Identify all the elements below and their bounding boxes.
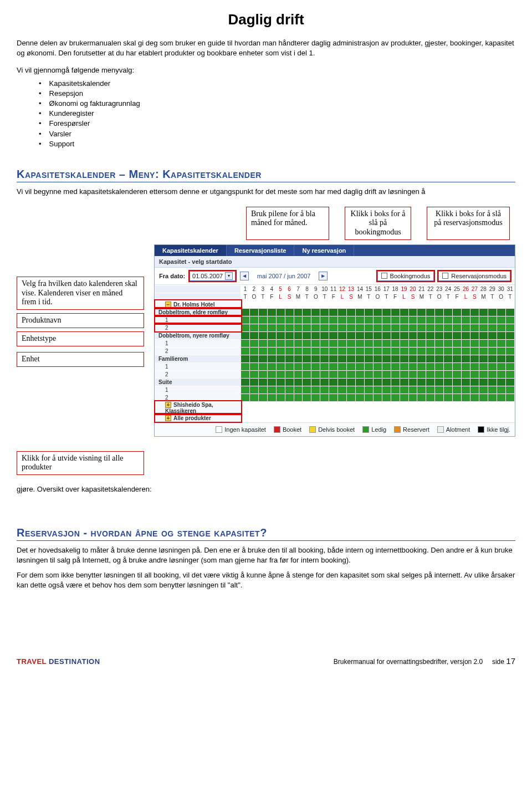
calendar-cell[interactable] bbox=[258, 339, 267, 347]
calendar-cell[interactable] bbox=[303, 370, 311, 378]
calendar-cell[interactable] bbox=[408, 370, 417, 378]
calendar-cell[interactable] bbox=[435, 331, 444, 339]
calendar-cell[interactable] bbox=[347, 386, 356, 394]
calendar-cell[interactable] bbox=[391, 308, 400, 316]
calendar-cell[interactable] bbox=[373, 394, 382, 401]
calendar-cell[interactable] bbox=[479, 414, 488, 422]
calendar-cell[interactable] bbox=[311, 401, 320, 414]
tab-reservasjonsliste[interactable]: Reservasjonsliste bbox=[227, 245, 295, 256]
calendar-cell[interactable] bbox=[320, 378, 329, 386]
calendar-cell[interactable] bbox=[311, 355, 320, 362]
calendar-cell[interactable] bbox=[435, 316, 444, 324]
calendar-cell[interactable] bbox=[355, 378, 364, 386]
calendar-cell[interactable] bbox=[338, 355, 347, 362]
calendar-cell[interactable] bbox=[408, 401, 417, 414]
calendar-cell[interactable] bbox=[241, 300, 250, 308]
calendar-cell[interactable] bbox=[347, 414, 356, 422]
calendar-cell[interactable] bbox=[329, 378, 338, 386]
calendar-cell[interactable] bbox=[311, 386, 320, 394]
calendar-cell[interactable] bbox=[479, 355, 488, 362]
calendar-cell[interactable] bbox=[479, 378, 488, 386]
calendar-cell[interactable] bbox=[453, 300, 462, 308]
calendar-cell[interactable] bbox=[249, 308, 258, 316]
calendar-cell[interactable] bbox=[258, 386, 267, 394]
calendar-cell[interactable] bbox=[408, 339, 417, 347]
calendar-cell[interactable] bbox=[391, 386, 400, 394]
calendar-cell[interactable] bbox=[408, 324, 417, 331]
calendar-cell[interactable] bbox=[505, 386, 514, 394]
calendar-cell[interactable] bbox=[258, 362, 267, 370]
calendar-cell[interactable] bbox=[276, 378, 285, 386]
calendar-cell[interactable] bbox=[329, 386, 338, 394]
calendar-cell[interactable] bbox=[426, 355, 435, 362]
calendar-cell[interactable] bbox=[373, 386, 382, 394]
calendar-cell[interactable] bbox=[382, 308, 391, 316]
calendar-cell[interactable] bbox=[294, 394, 303, 401]
calendar-cell[interactable] bbox=[329, 331, 338, 339]
calendar-cell[interactable] bbox=[435, 362, 444, 370]
calendar-cell[interactable] bbox=[249, 394, 258, 401]
calendar-cell[interactable] bbox=[355, 324, 364, 331]
calendar-cell[interactable] bbox=[355, 370, 364, 378]
calendar-cell[interactable] bbox=[276, 339, 285, 347]
calendar-cell[interactable] bbox=[267, 316, 276, 324]
calendar-cell[interactable] bbox=[311, 300, 320, 308]
calendar-cell[interactable] bbox=[462, 308, 470, 316]
calendar-cell[interactable] bbox=[329, 355, 338, 362]
calendar-cell[interactable] bbox=[435, 386, 444, 394]
calendar-cell[interactable] bbox=[470, 386, 479, 394]
calendar-cell[interactable] bbox=[347, 362, 356, 370]
calendar-cell[interactable] bbox=[400, 370, 408, 378]
calendar-cell[interactable] bbox=[258, 324, 267, 331]
calendar-cell[interactable] bbox=[338, 331, 347, 339]
calendar-cell[interactable] bbox=[462, 394, 470, 401]
calendar-cell[interactable] bbox=[391, 370, 400, 378]
calendar-cell[interactable] bbox=[426, 414, 435, 422]
next-month-button[interactable]: ► bbox=[319, 272, 328, 280]
calendar-cell[interactable] bbox=[338, 324, 347, 331]
calendar-cell[interactable] bbox=[338, 394, 347, 401]
calendar-cell[interactable] bbox=[285, 401, 294, 414]
calendar-cell[interactable] bbox=[505, 378, 514, 386]
calendar-cell[interactable] bbox=[303, 324, 311, 331]
calendar-cell[interactable] bbox=[303, 414, 311, 422]
calendar-cell[interactable] bbox=[470, 394, 479, 401]
calendar-cell[interactable] bbox=[347, 308, 356, 316]
calendar-cell[interactable] bbox=[294, 414, 303, 422]
calendar-cell[interactable] bbox=[276, 331, 285, 339]
calendar-cell[interactable] bbox=[505, 401, 514, 414]
calendar-cell[interactable] bbox=[435, 347, 444, 355]
calendar-cell[interactable] bbox=[444, 355, 453, 362]
calendar-cell[interactable] bbox=[320, 308, 329, 316]
calendar-cell[interactable] bbox=[329, 362, 338, 370]
calendar-cell[interactable] bbox=[294, 324, 303, 331]
calendar-cell[interactable] bbox=[338, 414, 347, 422]
calendar-cell[interactable] bbox=[444, 378, 453, 386]
calendar-cell[interactable] bbox=[505, 316, 514, 324]
calendar-cell[interactable] bbox=[285, 331, 294, 339]
calendar-cell[interactable] bbox=[285, 370, 294, 378]
calendar-cell[interactable] bbox=[444, 386, 453, 394]
calendar-cell[interactable] bbox=[373, 347, 382, 355]
calendar-cell[interactable] bbox=[347, 324, 356, 331]
calendar-cell[interactable] bbox=[479, 339, 488, 347]
calendar-cell[interactable] bbox=[338, 386, 347, 394]
calendar-cell[interactable] bbox=[382, 324, 391, 331]
calendar-cell[interactable] bbox=[479, 300, 488, 308]
calendar-cell[interactable] bbox=[497, 347, 505, 355]
calendar-cell[interactable] bbox=[408, 316, 417, 324]
calendar-cell[interactable] bbox=[382, 394, 391, 401]
calendar-cell[interactable] bbox=[338, 370, 347, 378]
calendar-cell[interactable] bbox=[285, 362, 294, 370]
calendar-cell[interactable] bbox=[435, 401, 444, 414]
calendar-cell[interactable] bbox=[311, 394, 320, 401]
calendar-cell[interactable] bbox=[320, 370, 329, 378]
calendar-cell[interactable] bbox=[417, 347, 426, 355]
calendar-cell[interactable] bbox=[426, 401, 435, 414]
calendar-cell[interactable] bbox=[338, 339, 347, 347]
calendar-cell[interactable] bbox=[400, 362, 408, 370]
calendar-cell[interactable] bbox=[285, 394, 294, 401]
calendar-cell[interactable] bbox=[364, 308, 373, 316]
calendar-cell[interactable] bbox=[311, 308, 320, 316]
calendar-cell[interactable] bbox=[400, 308, 408, 316]
